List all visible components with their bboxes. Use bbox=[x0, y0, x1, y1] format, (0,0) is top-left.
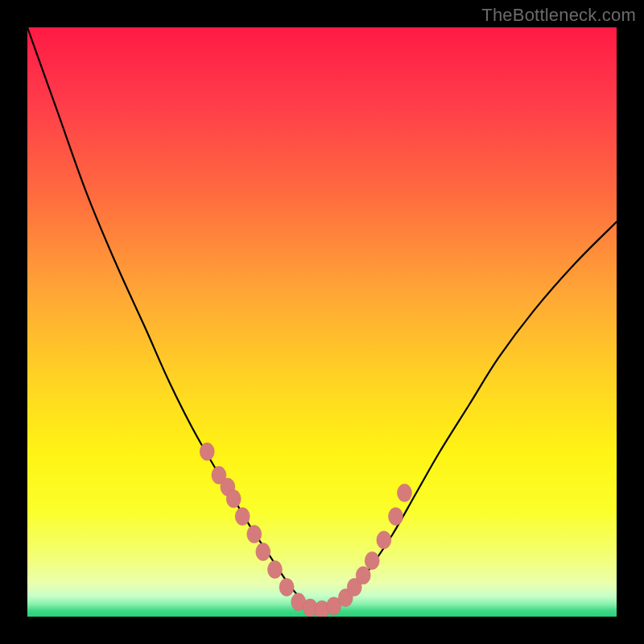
curve-marker bbox=[365, 551, 379, 569]
curve-marker bbox=[389, 508, 403, 526]
curve-marker bbox=[267, 560, 282, 578]
watermark-text: TheBottleneck.com bbox=[481, 5, 636, 26]
curve-marker bbox=[256, 543, 270, 560]
curve-marker bbox=[247, 526, 262, 543]
chart-svg bbox=[27, 27, 617, 617]
curve-marker bbox=[200, 443, 214, 460]
curve-marker bbox=[377, 531, 391, 549]
bottleneck-curve bbox=[27, 27, 617, 609]
curve-marker bbox=[279, 578, 294, 596]
curve-markers bbox=[200, 443, 411, 617]
curve-marker bbox=[356, 567, 370, 584]
curve-marker bbox=[226, 490, 241, 508]
curve-marker bbox=[235, 508, 250, 526]
chart-frame bbox=[27, 27, 617, 617]
curve-marker bbox=[397, 484, 411, 502]
